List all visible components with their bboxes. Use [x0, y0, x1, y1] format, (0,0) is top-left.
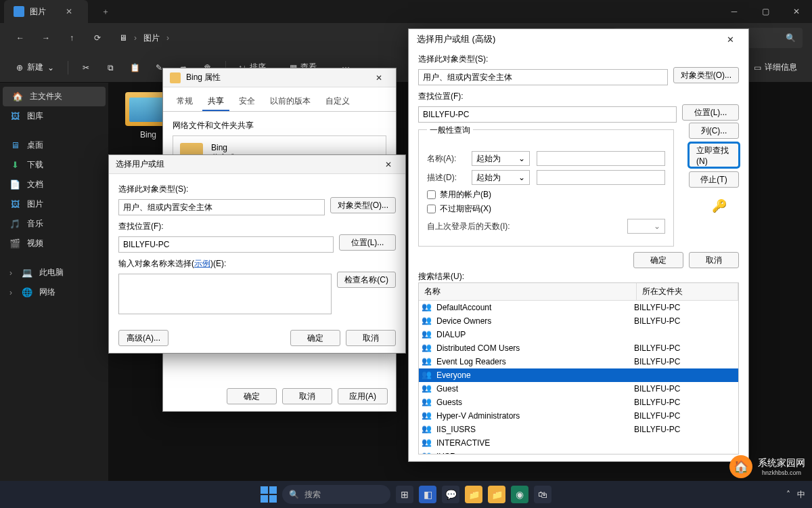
close-icon[interactable]: ✕ — [378, 160, 399, 169]
chevron-down-icon: ⌄ — [518, 154, 525, 163]
cancel-button[interactable]: 取消 — [282, 388, 332, 404]
tab-general[interactable]: 常规 — [171, 93, 198, 111]
sidebar-item-thispc[interactable]: ›💻此电脑 — [0, 263, 108, 282]
principal-icon: 👥 — [422, 383, 432, 394]
sidebar-item-desktop[interactable]: 🖥桌面 — [0, 135, 108, 155]
location-field[interactable]: BILLYFU-PC — [418, 106, 677, 123]
new-tab-button[interactable]: ＋ — [96, 2, 115, 21]
cancel-button[interactable]: 取消 — [346, 330, 396, 346]
results-list[interactable]: 👥DefaultAccountBILLYFU-PC👥Device OwnersB… — [419, 301, 738, 454]
results-header[interactable]: 名称 所在文件夹 — [419, 283, 738, 301]
result-row[interactable]: 👥GuestsBILLYFU-PC — [419, 396, 738, 409]
advanced-button[interactable]: 高级(A)... — [118, 330, 168, 346]
result-row[interactable]: 👥Device OwnersBILLYFU-PC — [419, 314, 738, 328]
result-row[interactable]: 👥Hyper-V AdministratorsBILLYFU-PC — [419, 409, 738, 423]
desc-mode-combo[interactable]: 起始为⌄ — [472, 170, 530, 185]
sidebar-item-music[interactable]: 🎵音乐 — [0, 214, 108, 234]
copy-icon[interactable]: ⧉ — [99, 57, 121, 79]
breadcrumb[interactable]: 图片 — [143, 33, 160, 44]
chat-icon[interactable]: 💬 — [442, 486, 459, 503]
result-row[interactable]: 👥INTERACTIVE — [419, 436, 738, 450]
check-names-button[interactable]: 检查名称(C) — [337, 272, 396, 288]
ok-button[interactable]: 确定 — [633, 252, 683, 268]
edge-icon[interactable]: ◉ — [511, 486, 528, 503]
locations-button[interactable]: 位置(L)... — [682, 104, 739, 121]
result-row[interactable]: 👥Everyone — [419, 368, 738, 382]
system-tray[interactable]: ˄ 中 — [786, 489, 805, 501]
forward-button[interactable]: → — [35, 27, 57, 49]
column-name[interactable]: 名称 — [419, 283, 637, 300]
new-button[interactable]: ⊕ 新建 ⌄ — [9, 59, 61, 76]
result-row[interactable]: 👥IIS_IUSRSBILLYFU-PC — [419, 423, 738, 436]
columns-button[interactable]: 列(C)... — [689, 123, 739, 139]
chevron-right-icon: › — [166, 33, 169, 43]
find-now-button[interactable]: 立即查找(N) — [689, 143, 739, 167]
tab-previous[interactable]: 以前的版本 — [265, 93, 316, 111]
name-query-input[interactable] — [537, 151, 665, 166]
locations-button[interactable]: 位置(L)... — [339, 234, 396, 251]
result-row[interactable]: 👥GuestBILLYFU-PC — [419, 382, 738, 396]
nonexpiring-checkbox[interactable] — [427, 205, 436, 213]
location-label: 查找位置(F): — [418, 91, 739, 102]
result-row[interactable]: 👥Distributed COM UsersBILLYFU-PC — [419, 341, 738, 355]
apply-button[interactable]: 应用(A) — [338, 388, 388, 404]
store-icon[interactable]: 🛍 — [534, 486, 551, 503]
dialog-titlebar[interactable]: Bing 属性 ✕ — [163, 68, 396, 87]
maximize-button[interactable]: ▢ — [750, 0, 781, 23]
sidebar-item-home[interactable]: 🏠主文件夹 — [3, 87, 106, 106]
examples-link[interactable]: 示例 — [194, 259, 210, 268]
taskbar-search[interactable]: 🔍搜索 — [282, 485, 390, 504]
cancel-button[interactable]: 取消 — [689, 252, 739, 268]
sidebar-item-gallery[interactable]: 🖼图库 — [0, 106, 108, 126]
close-tab-icon[interactable]: ✕ — [60, 2, 78, 21]
result-row[interactable]: 👥DIALUP — [419, 328, 738, 341]
name-mode-combo[interactable]: 起始为⌄ — [472, 151, 530, 166]
ok-button[interactable]: 确定 — [227, 388, 277, 404]
sidebar-item-network[interactable]: ›🌐网络 — [0, 282, 108, 302]
explorer-icon[interactable]: 📁 — [488, 486, 505, 503]
result-folder: BILLYFU-PC — [634, 425, 736, 434]
back-button[interactable]: ← — [9, 27, 31, 49]
ok-button[interactable]: 确定 — [290, 330, 340, 346]
object-types-button[interactable]: 对象类型(O)... — [673, 67, 739, 83]
sidebar-item-documents[interactable]: 📄文档 — [0, 175, 108, 194]
object-types-button[interactable]: 对象类型(O)... — [330, 197, 396, 213]
details-pane-button[interactable]: ▭ 详细信息 — [748, 59, 803, 76]
disabled-accounts-checkbox[interactable] — [427, 190, 436, 199]
close-window-button[interactable]: ✕ — [781, 0, 812, 23]
paste-icon[interactable]: 📋 — [124, 57, 145, 79]
cut-icon[interactable]: ✂ — [75, 57, 97, 79]
widgets-icon[interactable]: ◧ — [419, 486, 436, 503]
sidebar-item-pictures[interactable]: 🖼图片 — [0, 194, 108, 214]
tab-custom[interactable]: 自定义 — [320, 93, 355, 111]
location-field[interactable]: BILLYFU-PC — [118, 236, 334, 253]
dialog-titlebar[interactable]: 选择用户或组 ✕ — [109, 155, 405, 174]
dialog-titlebar[interactable]: 选择用户或组 (高级) ✕ — [409, 29, 748, 49]
chevron-up-icon[interactable]: ˄ — [786, 490, 790, 499]
column-folder[interactable]: 所在文件夹 — [637, 283, 738, 300]
sidebar-item-downloads[interactable]: ⬇下载 — [0, 155, 108, 175]
explorer-icon[interactable]: 📁 — [465, 486, 482, 503]
tab-share[interactable]: 共享 — [202, 93, 229, 111]
taskview-icon[interactable]: ⊞ — [396, 486, 413, 503]
start-button[interactable] — [261, 486, 277, 503]
ime-indicator[interactable]: 中 — [797, 489, 805, 501]
principal-icon: 👥 — [422, 438, 432, 448]
object-names-input[interactable] — [118, 274, 332, 314]
object-type-field[interactable]: 用户、组或内置安全主体 — [118, 199, 325, 215]
sidebar-item-videos[interactable]: 🎬视频 — [0, 234, 108, 253]
window-tab[interactable]: 图片 ✕ — [4, 0, 88, 23]
result-row[interactable]: 👥Event Log ReadersBILLYFU-PC — [419, 355, 738, 368]
result-row[interactable]: 👥IUSR — [419, 450, 738, 454]
close-icon[interactable]: ✕ — [369, 73, 389, 83]
stop-button[interactable]: 停止(T) — [689, 171, 739, 188]
desc-query-input[interactable] — [537, 170, 665, 185]
up-button[interactable]: ↑ — [61, 27, 83, 49]
monitor-icon: 🖥 — [119, 33, 127, 43]
refresh-button[interactable]: ⟳ — [87, 27, 108, 49]
minimize-button[interactable]: ─ — [719, 0, 750, 23]
close-icon[interactable]: ✕ — [720, 35, 740, 45]
tab-security[interactable]: 安全 — [233, 93, 261, 111]
object-type-field[interactable]: 用户、组或内置安全主体 — [418, 69, 668, 85]
result-row[interactable]: 👥DefaultAccountBILLYFU-PC — [419, 301, 738, 314]
